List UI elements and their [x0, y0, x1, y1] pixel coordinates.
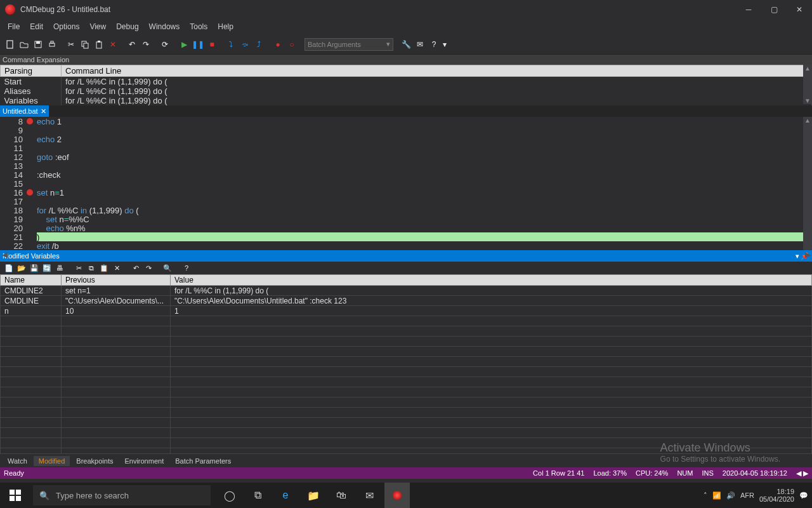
menu-options[interactable]: Options: [48, 21, 84, 32]
line-number[interactable]: 17: [0, 197, 29, 206]
open-icon[interactable]: 📂: [16, 263, 27, 273]
grid-header-value[interactable]: Value: [171, 275, 812, 286]
scroll-right-icon[interactable]: ▶: [803, 250, 812, 259]
tab-untitled-bat[interactable]: Untitled.bat ✕: [0, 105, 49, 117]
code-line[interactable]: set n=1: [37, 188, 812, 197]
line-number[interactable]: 21: [0, 232, 29, 241]
menu-file[interactable]: File: [3, 21, 25, 32]
stop-icon[interactable]: ■: [206, 38, 218, 51]
edge-icon[interactable]: e: [273, 483, 298, 508]
code-line[interactable]: :check: [37, 170, 812, 179]
panel-dropdown-icon[interactable]: ▾: [796, 252, 799, 260]
grid-header-previous[interactable]: Previous: [62, 275, 171, 286]
menu-tools[interactable]: Tools: [185, 21, 213, 32]
bottom-tab-batch-parameters[interactable]: Batch Parameters: [170, 456, 236, 466]
start-button[interactable]: [0, 483, 30, 508]
copy-icon[interactable]: [79, 38, 91, 51]
code-editor[interactable]: 8910111213141516171819202122 echo 1 echo…: [0, 117, 812, 250]
tab-close-icon[interactable]: ✕: [41, 107, 46, 116]
explorer-icon[interactable]: 📁: [301, 483, 326, 508]
breakpoint-icon[interactable]: ●: [272, 38, 284, 51]
cut-icon[interactable]: ✂: [74, 263, 84, 273]
menu-debug[interactable]: Debug: [111, 21, 143, 32]
scroll-down-icon[interactable]: ▼: [804, 97, 811, 104]
bottom-tab-modified[interactable]: Modified: [34, 456, 70, 466]
editor-scrollbar-vertical[interactable]: ▲: [803, 117, 812, 250]
save-icon[interactable]: [32, 38, 44, 51]
code-line[interactable]: [37, 179, 812, 188]
step-into-icon[interactable]: ⤵: [225, 38, 237, 51]
line-number[interactable]: 8: [0, 117, 29, 126]
code-line[interactable]: set n=%%C: [37, 215, 812, 224]
taskbar-search[interactable]: 🔍 Type here to search: [33, 485, 211, 505]
code-line[interactable]: goto :eof: [37, 152, 812, 161]
menu-view[interactable]: View: [84, 21, 111, 32]
help-icon[interactable]: ?: [181, 263, 192, 273]
code-line[interactable]: echo %n%: [37, 224, 812, 232]
print-icon[interactable]: 🖶: [55, 263, 65, 273]
line-number[interactable]: 16: [0, 188, 29, 197]
bottom-tab-breakpoints[interactable]: Breakpoints: [71, 456, 118, 466]
bottom-tab-watch[interactable]: Watch: [3, 456, 32, 466]
line-number[interactable]: 19: [0, 215, 29, 224]
cut-icon[interactable]: ✂: [65, 38, 77, 51]
redo-icon[interactable]: ↷: [143, 263, 154, 273]
menu-edit[interactable]: Edit: [25, 21, 48, 32]
step-out-icon[interactable]: ⤴: [252, 38, 265, 51]
cmdebug-taskbar-icon[interactable]: [384, 483, 410, 508]
line-number[interactable]: 15: [0, 179, 29, 188]
maximize-button[interactable]: ▢: [761, 0, 787, 19]
scroll-left-icon[interactable]: ◀: [0, 250, 9, 259]
line-number[interactable]: 13: [0, 161, 29, 170]
tray-chevron-icon[interactable]: ˄: [704, 491, 707, 500]
undo-icon[interactable]: ↶: [131, 263, 141, 273]
tray-volume-icon[interactable]: 🔊: [726, 491, 735, 500]
print-icon[interactable]: [46, 38, 58, 51]
taskview-icon[interactable]: ⧉: [245, 483, 270, 508]
paste-icon[interactable]: 📋: [99, 263, 109, 273]
grid-header-name[interactable]: Name: [1, 275, 62, 286]
line-number[interactable]: 22: [0, 241, 29, 250]
step-over-icon[interactable]: ⤼: [239, 38, 251, 51]
tray-notifications-icon[interactable]: 💬: [799, 491, 808, 500]
code-line[interactable]: [37, 197, 812, 206]
paste-icon[interactable]: [93, 38, 105, 51]
close-button[interactable]: ✕: [787, 0, 812, 19]
line-number[interactable]: 12: [0, 152, 29, 161]
line-number[interactable]: 11: [0, 144, 29, 152]
code-line[interactable]: for /L %%C in (1,1,999) do (: [37, 206, 812, 215]
delete-icon[interactable]: ✕: [107, 38, 119, 51]
new-file-icon[interactable]: [4, 38, 16, 51]
find-icon[interactable]: 🔍: [162, 263, 173, 273]
batch-arguments-combo[interactable]: Batch Arguments▾: [304, 38, 393, 51]
cortana-icon[interactable]: ◯: [217, 483, 242, 508]
refresh-icon[interactable]: 🔄: [42, 263, 52, 273]
code-line[interactable]: [37, 144, 812, 152]
feedback-icon[interactable]: ✉: [414, 38, 426, 51]
undo-icon[interactable]: ↶: [126, 38, 138, 51]
code-line[interactable]: [37, 161, 812, 170]
menu-windows[interactable]: Windows: [144, 21, 185, 32]
code-line[interactable]: exit /b: [37, 241, 812, 250]
code-line[interactable]: echo 2: [37, 135, 812, 144]
minimize-button[interactable]: ─: [736, 0, 761, 19]
tray-language[interactable]: AFR: [740, 491, 754, 499]
scroll-up-icon[interactable]: ▲: [804, 65, 811, 72]
tray-network-icon[interactable]: 📶: [712, 491, 721, 500]
line-number[interactable]: 20: [0, 224, 29, 232]
table-row[interactable]: CMDLINE"C:\Users\Alex\Documents\..."C:\U…: [1, 296, 812, 306]
new-icon[interactable]: 📄: [4, 263, 14, 273]
bottom-tab-environment[interactable]: Environment: [119, 456, 169, 466]
code-line[interactable]: [37, 126, 812, 135]
scroll-up-icon[interactable]: ▲: [803, 117, 812, 124]
line-number[interactable]: 18: [0, 206, 29, 215]
store-icon[interactable]: 🛍: [329, 483, 354, 508]
breakpoint-hollow-icon[interactable]: ○: [285, 38, 298, 51]
code-line[interactable]: echo 1: [37, 117, 812, 126]
line-number[interactable]: 9: [0, 126, 29, 135]
copy-icon[interactable]: ⧉: [86, 263, 96, 273]
delete-icon[interactable]: ✕: [112, 263, 122, 273]
help-dropdown-icon[interactable]: ▾: [442, 38, 448, 51]
redo-icon[interactable]: ↷: [140, 38, 152, 51]
pause-icon[interactable]: ❚❚: [192, 38, 204, 51]
